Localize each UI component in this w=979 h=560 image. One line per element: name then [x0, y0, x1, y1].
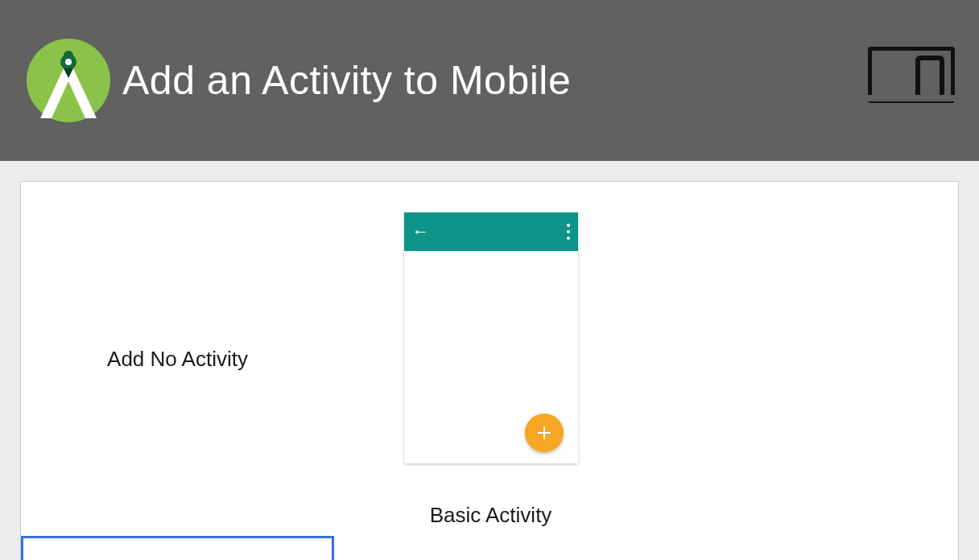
- phone-mock: ←: [404, 212, 578, 463]
- no-activity-label: Add No Activity: [21, 182, 334, 536]
- activity-tile-basic-activity[interactable]: ← Basic Activity: [334, 182, 647, 536]
- activity-gallery-container: Add No Activity ← Basic Activity: [0, 161, 979, 560]
- mobile-form-factor-icon: [868, 47, 955, 106]
- activity-tile-empty-activity[interactable]: ← Empty Activity: [21, 536, 334, 560]
- overflow-menu-icon: [567, 224, 570, 240]
- svg-point-2: [65, 59, 72, 65]
- activity-gallery: Add No Activity ← Basic Activity: [20, 181, 959, 560]
- wizard-header: Add an Activity to Mobile: [0, 0, 979, 161]
- back-arrow-icon: ←: [412, 223, 430, 241]
- empty-activity-preview: ←: [23, 538, 332, 560]
- svg-rect-4: [918, 58, 942, 100]
- fab-icon: [525, 414, 564, 452]
- activity-tile-no-activity[interactable]: Add No Activity: [21, 182, 334, 536]
- basic-activity-preview: ←: [334, 182, 647, 494]
- android-studio-logo-icon: [24, 36, 113, 125]
- appbar: ←: [404, 212, 578, 251]
- tile-label: Basic Activity: [334, 494, 647, 536]
- svg-rect-5: [868, 95, 955, 101]
- page-title: Add an Activity to Mobile: [122, 57, 571, 104]
